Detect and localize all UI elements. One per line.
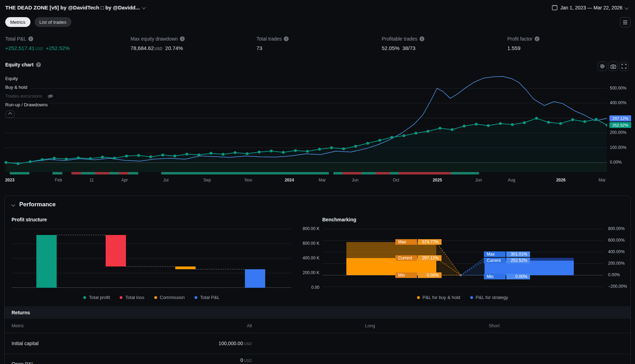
panel-layout-button[interactable] [620,17,630,27]
runup-segment [128,172,138,174]
tab-metrics[interactable]: Metrics [5,17,30,27]
legend-item-label: P&L for strategy [476,295,508,300]
legend-item-total-profit[interactable]: Total profit [83,295,110,300]
y-axis-label: 0.00% [608,272,620,277]
profit-structure-svg [12,227,291,288]
equity-point-marker [439,127,442,130]
equity-point-marker [547,121,550,124]
equity-point-marker [294,149,297,152]
eye-off-icon[interactable] [47,94,54,99]
legend-dot [120,296,122,299]
x-axis-label: Jul [163,178,168,183]
metric-label: Total tradesi [256,36,289,42]
legend-item-run-up-drawdowns[interactable]: Run-up / Drawdowns [5,102,50,108]
equity-point-marker [29,160,31,163]
y-axis-label: 200.00% [608,261,625,266]
info-icon[interactable]: i [28,36,33,41]
legend-item-p-l-for-strategy[interactable]: P&L for strategy [470,295,508,300]
drawdown-segment [95,172,110,174]
equity-chart-plot[interactable] [4,72,607,172]
profit-structure-legend: Total profitTotal lossCommissionTotal P&… [12,295,291,300]
chart-settings-button[interactable] [598,62,607,71]
equity-point-marker [463,124,466,127]
equity-point-marker [149,155,152,158]
equity-point-marker [210,152,212,155]
metric-label-text: Total P&L [5,36,26,42]
info-icon[interactable]: i [284,36,289,41]
metric-main-value: +252,517.41 [5,45,35,51]
buy-hold-min-badge: Min0.00% [395,272,442,278]
metric-currency-unit: USD [35,47,43,51]
value-currency-unit: USD [244,342,252,346]
strategy-selector[interactable]: THE DEAD ZONE [v5] by @DavidTech □ by @D… [5,5,145,10]
x-axis-label: Oct [393,178,400,183]
buy-hold-current-badge: Current297.12% [395,255,442,261]
legend-item-label: Equity [5,76,18,81]
help-question-icon[interactable]: ? [36,62,41,67]
equity-point-marker [270,150,273,152]
returns-title: Returns [12,310,30,315]
info-icon[interactable]: i [180,36,185,41]
chart-toolbar [598,62,629,71]
column-header-all: All [182,323,252,328]
date-range-picker[interactable]: Jan 1, 2023 — Mar 22, 2026 [552,5,628,10]
equity-point-marker [125,155,128,157]
info-icon[interactable]: i [419,36,424,41]
equity-point-marker [198,154,200,156]
legend-item-commission[interactable]: Commission [154,295,185,300]
equity-point-marker [113,157,116,159]
drawdown-segment [119,172,128,174]
metric-total-trades: Total tradesi73 [256,36,289,51]
equity-point-marker [595,118,598,121]
legend-item-label: Trades excursions [5,93,42,99]
legend-item-total-loss[interactable]: Total loss [120,295,144,300]
equity-point-marker [137,154,140,157]
chevron-up-icon [8,112,12,116]
waterfall-bar-total-loss [106,235,126,266]
legend-collapse-button[interactable] [6,110,15,118]
benchmarking-chart: Max574.77%Current297.12%Min0.00%Max301.0… [322,227,603,288]
metric-max-equity-drawdown: Max equity drawdowni78,684.62USD20.74% [130,36,185,51]
legend-item-label: Total loss [125,295,144,300]
badge-value: 574.77% [418,239,442,245]
y-axis-label: 200.00 K [292,270,319,275]
metric-value: 73 [256,45,289,51]
runup-segment [52,172,62,174]
legend-item-buy-hold[interactable]: Buy & hold [5,84,30,91]
legend-item-p-l-for-buy-hold[interactable]: P&L for buy & hold [417,295,460,300]
equity-point-marker [390,136,393,139]
equity-point-marker [306,150,309,153]
date-range-text: Jan 1, 2023 — Mar 22, 2026 [560,5,622,10]
info-icon[interactable]: i [535,36,539,41]
strategy-max-badge: Max301.01% [484,251,530,257]
runup-segment [161,172,329,174]
metric-main-value: 78,684.62 [130,45,154,51]
legend-dot [470,296,473,299]
equity-point-marker [535,117,538,120]
chart-fullscreen-button[interactable] [619,62,629,71]
waterfall-bar-total-profit [36,235,57,288]
equity-point-marker [65,158,68,160]
tab-list-of-trades[interactable]: List of trades [35,17,71,27]
performance-header[interactable]: Performance [12,201,56,208]
runup-segment [110,172,119,174]
axis-value-badge: 252.52% [609,122,631,128]
metric-label: Profitable tradesi [382,36,424,42]
legend-item-equity[interactable]: Equity [5,76,20,82]
equity-point-marker [499,122,502,125]
metric-label-text: Max equity drawdown [130,36,178,42]
chart-snapshot-button[interactable] [608,62,618,71]
strategy-min-badge: Min0.00% [484,274,530,279]
legend-item-total-p-l[interactable]: Total P&L [195,295,220,300]
performance-title: Performance [19,201,56,208]
badge-value: 0.00% [418,272,442,278]
legend-item-trades-excursions[interactable]: Trades excursions [5,93,56,99]
metric-main-value: 1.559 [507,45,521,51]
legend-item-label: Total profit [89,295,110,300]
badge-value: 297.12% [418,255,442,261]
equity-chart-title: Equity chart [5,62,34,67]
chevron-down-icon [11,202,15,206]
equity-point-marker [511,123,514,126]
profit-structure-title: Profit structure [12,217,47,222]
y-axis-label: 0.00% [610,160,622,165]
